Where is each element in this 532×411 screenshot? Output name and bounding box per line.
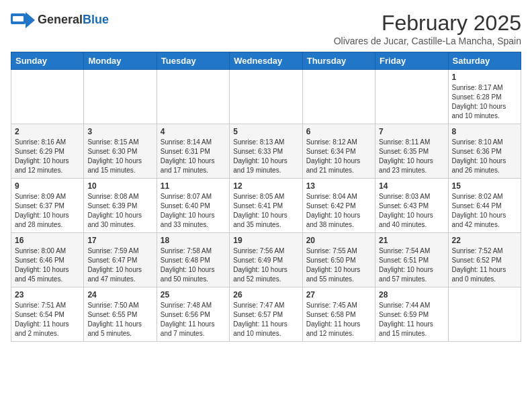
- calendar-day-cell: 15Sunrise: 8:02 AM Sunset: 6:44 PM Dayli…: [448, 179, 521, 233]
- svg-rect-2: [13, 16, 24, 21]
- day-number: 22: [452, 236, 517, 245]
- day-info: Sunrise: 8:00 AM Sunset: 6:46 PM Dayligh…: [15, 246, 80, 284]
- day-number: 18: [161, 236, 226, 245]
- day-info: Sunrise: 7:51 AM Sunset: 6:54 PM Dayligh…: [15, 301, 80, 338]
- calendar-body: 1Sunrise: 8:17 AM Sunset: 6:28 PM Daylig…: [11, 70, 521, 342]
- calendar-table: SundayMondayTuesdayWednesdayThursdayFrid…: [11, 52, 521, 342]
- calendar-day-cell: 3Sunrise: 8:15 AM Sunset: 6:30 PM Daylig…: [84, 124, 157, 179]
- day-number: 25: [161, 290, 226, 300]
- calendar-day-cell: 24Sunrise: 7:50 AM Sunset: 6:55 PM Dayli…: [84, 287, 157, 342]
- title-block: February 2025 Olivares de Jucar, Castill…: [334, 11, 521, 46]
- calendar-day-cell: 8Sunrise: 8:10 AM Sunset: 6:36 PM Daylig…: [448, 124, 521, 179]
- day-number: 9: [15, 181, 80, 191]
- calendar-day-cell: [230, 70, 302, 124]
- calendar-day-cell: 14Sunrise: 8:03 AM Sunset: 6:43 PM Dayli…: [375, 179, 448, 233]
- day-info: Sunrise: 7:48 AM Sunset: 6:56 PM Dayligh…: [161, 301, 226, 338]
- day-info: Sunrise: 8:16 AM Sunset: 6:29 PM Dayligh…: [15, 138, 80, 175]
- day-number: 14: [379, 181, 444, 191]
- calendar-day-cell: 19Sunrise: 7:56 AM Sunset: 6:49 PM Dayli…: [230, 233, 302, 287]
- day-number: 12: [233, 181, 298, 191]
- calendar-day-cell: 7Sunrise: 8:11 AM Sunset: 6:35 PM Daylig…: [375, 124, 448, 179]
- calendar-day-cell: 2Sunrise: 8:16 AM Sunset: 6:29 PM Daylig…: [11, 124, 84, 179]
- day-info: Sunrise: 7:47 AM Sunset: 6:57 PM Dayligh…: [233, 301, 298, 338]
- calendar-week-row: 9Sunrise: 8:09 AM Sunset: 6:37 PM Daylig…: [11, 179, 521, 233]
- day-info: Sunrise: 8:05 AM Sunset: 6:41 PM Dayligh…: [233, 192, 298, 230]
- calendar-day-cell: [11, 70, 84, 124]
- day-number: 13: [306, 181, 371, 191]
- weekday-header-cell: Monday: [84, 52, 157, 70]
- day-info: Sunrise: 8:09 AM Sunset: 6:37 PM Dayligh…: [15, 192, 80, 230]
- day-number: 26: [233, 290, 298, 300]
- day-info: Sunrise: 8:17 AM Sunset: 6:28 PM Dayligh…: [452, 83, 517, 121]
- day-number: 16: [15, 236, 80, 245]
- logo-text: GeneralBlue: [38, 13, 109, 26]
- page-header: GeneralBlue February 2025 Olivares de Ju…: [11, 11, 521, 46]
- calendar-day-cell: 28Sunrise: 7:44 AM Sunset: 6:59 PM Dayli…: [375, 287, 448, 342]
- day-info: Sunrise: 8:15 AM Sunset: 6:30 PM Dayligh…: [87, 138, 152, 175]
- day-number: 15: [452, 181, 517, 191]
- weekday-header-cell: Friday: [375, 52, 448, 70]
- day-info: Sunrise: 7:52 AM Sunset: 6:52 PM Dayligh…: [452, 246, 517, 284]
- calendar-day-cell: 23Sunrise: 7:51 AM Sunset: 6:54 PM Dayli…: [11, 287, 84, 342]
- calendar-day-cell: 20Sunrise: 7:55 AM Sunset: 6:50 PM Dayli…: [302, 233, 375, 287]
- calendar-week-row: 2Sunrise: 8:16 AM Sunset: 6:29 PM Daylig…: [11, 124, 521, 179]
- day-number: 11: [161, 181, 226, 191]
- day-info: Sunrise: 7:45 AM Sunset: 6:58 PM Dayligh…: [306, 301, 371, 338]
- svg-marker-1: [26, 12, 35, 28]
- calendar-day-cell: 26Sunrise: 7:47 AM Sunset: 6:57 PM Dayli…: [230, 287, 302, 342]
- month-title: February 2025: [334, 11, 521, 36]
- day-number: 24: [87, 290, 152, 300]
- calendar-day-cell: 17Sunrise: 7:59 AM Sunset: 6:47 PM Dayli…: [84, 233, 157, 287]
- calendar-day-cell: 1Sunrise: 8:17 AM Sunset: 6:28 PM Daylig…: [448, 70, 521, 124]
- day-info: Sunrise: 7:50 AM Sunset: 6:55 PM Dayligh…: [87, 301, 152, 338]
- logo: GeneralBlue: [11, 11, 109, 30]
- calendar-day-cell: 9Sunrise: 8:09 AM Sunset: 6:37 PM Daylig…: [11, 179, 84, 233]
- day-info: Sunrise: 7:55 AM Sunset: 6:50 PM Dayligh…: [306, 246, 371, 284]
- day-number: 4: [161, 127, 226, 136]
- calendar-day-cell: 16Sunrise: 8:00 AM Sunset: 6:46 PM Dayli…: [11, 233, 84, 287]
- calendar-week-row: 16Sunrise: 8:00 AM Sunset: 6:46 PM Dayli…: [11, 233, 521, 287]
- weekday-header-cell: Wednesday: [230, 52, 302, 70]
- calendar-header-row: SundayMondayTuesdayWednesdayThursdayFrid…: [11, 52, 521, 70]
- day-number: 1: [452, 73, 517, 82]
- day-info: Sunrise: 8:10 AM Sunset: 6:36 PM Dayligh…: [452, 138, 517, 175]
- calendar-day-cell: 10Sunrise: 8:08 AM Sunset: 6:39 PM Dayli…: [84, 179, 157, 233]
- day-info: Sunrise: 8:02 AM Sunset: 6:44 PM Dayligh…: [452, 192, 517, 230]
- calendar-week-row: 23Sunrise: 7:51 AM Sunset: 6:54 PM Dayli…: [11, 287, 521, 342]
- day-info: Sunrise: 7:56 AM Sunset: 6:49 PM Dayligh…: [233, 246, 298, 284]
- day-info: Sunrise: 8:13 AM Sunset: 6:33 PM Dayligh…: [233, 138, 298, 175]
- calendar-day-cell: 27Sunrise: 7:45 AM Sunset: 6:58 PM Dayli…: [302, 287, 375, 342]
- calendar-day-cell: 6Sunrise: 8:12 AM Sunset: 6:34 PM Daylig…: [302, 124, 375, 179]
- weekday-header-cell: Tuesday: [157, 52, 229, 70]
- day-number: 23: [15, 290, 80, 300]
- weekday-header-cell: Thursday: [302, 52, 375, 70]
- calendar-day-cell: 12Sunrise: 8:05 AM Sunset: 6:41 PM Dayli…: [230, 179, 302, 233]
- day-number: 7: [379, 127, 444, 136]
- day-number: 21: [379, 236, 444, 245]
- day-number: 20: [306, 236, 371, 245]
- day-number: 17: [87, 236, 152, 245]
- day-number: 3: [87, 127, 152, 136]
- logo-icon: [11, 11, 35, 30]
- weekday-header-cell: Sunday: [11, 52, 84, 70]
- day-info: Sunrise: 7:58 AM Sunset: 6:48 PM Dayligh…: [161, 246, 226, 284]
- day-number: 28: [379, 290, 444, 300]
- day-info: Sunrise: 8:03 AM Sunset: 6:43 PM Dayligh…: [379, 192, 444, 230]
- calendar-day-cell: [157, 70, 229, 124]
- calendar-day-cell: [84, 70, 157, 124]
- calendar-day-cell: 5Sunrise: 8:13 AM Sunset: 6:33 PM Daylig…: [230, 124, 302, 179]
- day-number: 10: [87, 181, 152, 191]
- calendar-week-row: 1Sunrise: 8:17 AM Sunset: 6:28 PM Daylig…: [11, 70, 521, 124]
- calendar-day-cell: 13Sunrise: 8:04 AM Sunset: 6:42 PM Dayli…: [302, 179, 375, 233]
- calendar-day-cell: 25Sunrise: 7:48 AM Sunset: 6:56 PM Dayli…: [157, 287, 229, 342]
- day-info: Sunrise: 8:11 AM Sunset: 6:35 PM Dayligh…: [379, 138, 444, 175]
- calendar-day-cell: 18Sunrise: 7:58 AM Sunset: 6:48 PM Dayli…: [157, 233, 229, 287]
- calendar-day-cell: 11Sunrise: 8:07 AM Sunset: 6:40 PM Dayli…: [157, 179, 229, 233]
- calendar-day-cell: [302, 70, 375, 124]
- calendar-day-cell: 21Sunrise: 7:54 AM Sunset: 6:51 PM Dayli…: [375, 233, 448, 287]
- day-info: Sunrise: 7:54 AM Sunset: 6:51 PM Dayligh…: [379, 246, 444, 284]
- location: Olivares de Jucar, Castille-La Mancha, S…: [334, 36, 521, 46]
- calendar-day-cell: 22Sunrise: 7:52 AM Sunset: 6:52 PM Dayli…: [448, 233, 521, 287]
- day-info: Sunrise: 8:14 AM Sunset: 6:31 PM Dayligh…: [161, 138, 226, 175]
- day-number: 5: [233, 127, 298, 136]
